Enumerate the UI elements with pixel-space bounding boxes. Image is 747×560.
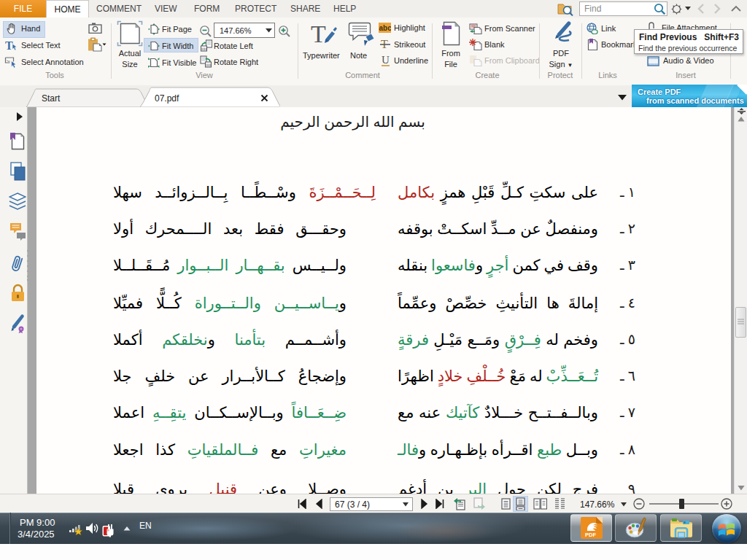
svg-text:abc: abc — [379, 24, 392, 32]
svg-text:T: T — [311, 20, 326, 47]
svg-text:T: T — [5, 39, 13, 52]
svg-text:PDF: PDF — [585, 532, 596, 538]
svg-text:U: U — [382, 55, 390, 66]
